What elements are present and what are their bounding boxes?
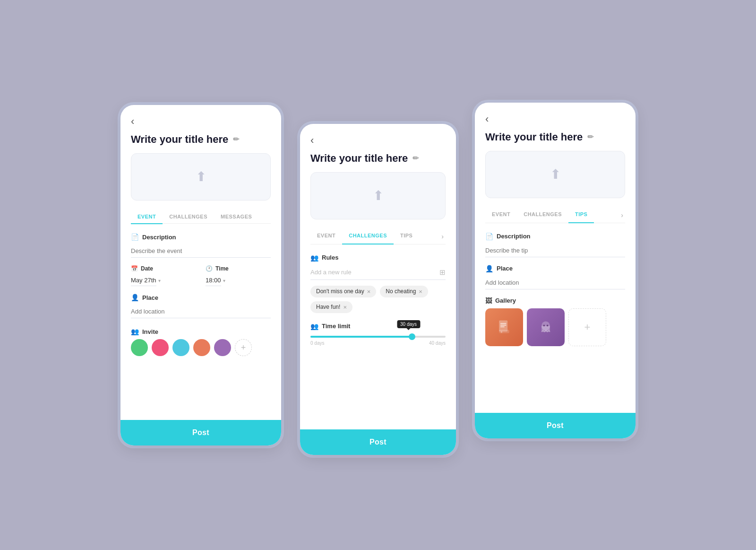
description-input[interactable] — [131, 244, 271, 258]
description-section-label: 📄 Description — [131, 233, 271, 241]
chip-remove-button[interactable]: × — [343, 304, 347, 311]
avatar-4[interactable] — [193, 339, 210, 356]
back-button[interactable]: ‹ — [131, 116, 142, 127]
description-section-label: 📄 Description — [485, 233, 625, 240]
avatar-2[interactable] — [152, 339, 169, 356]
screens-container: ‹ Write your title here ✏ ⬆ EVENT CHALLE… — [120, 96, 636, 455]
upload-icon: ⬆ — [196, 169, 206, 184]
edit-icon[interactable]: ✏ — [587, 132, 593, 141]
tabs-bar: EVENT CHALLENGES TIPS › — [310, 229, 446, 244]
chip-text: No cheating — [386, 288, 416, 295]
date-select[interactable]: May 27th — [131, 275, 156, 286]
page-title: Write your title here ✏ — [485, 131, 625, 143]
date-time-row: 📅 Date May 27th ▾ 🕐 Time — [131, 265, 271, 286]
place-section-label: 👤 Place — [131, 294, 271, 301]
time-slider[interactable]: 30 days 0 days 40 days — [310, 336, 446, 346]
place-icon: 👤 — [485, 265, 493, 272]
time-chevron-icon: ▾ — [223, 278, 225, 283]
description-icon: 📄 — [131, 233, 139, 241]
gallery-section: 🖼 Gallery ≡ — [485, 297, 625, 346]
slider-max-label: 40 days — [429, 340, 446, 346]
slider-labels: 0 days 40 days — [310, 340, 446, 346]
edit-icon[interactable]: ✏ — [233, 135, 239, 144]
invite-icon: 👥 — [131, 328, 139, 335]
avatar-3[interactable] — [172, 339, 189, 356]
event-screen: ‹ Write your title here ✏ ⬆ EVENT CHALLE… — [120, 105, 281, 445]
upload-icon: ⬆ — [373, 188, 384, 203]
tabs-arrow: › — [619, 208, 625, 223]
time-field: 🕐 Time 18:00 ▾ — [206, 265, 271, 286]
tab-event[interactable]: EVENT — [485, 208, 517, 224]
time-limit-icon: 👥 — [310, 323, 318, 330]
chip-remove-button[interactable]: × — [419, 288, 422, 295]
upload-icon: ⬆ — [550, 166, 561, 182]
time-select[interactable]: 18:00 — [206, 275, 221, 286]
gallery-image-2[interactable] — [527, 308, 565, 346]
challenges-screen: ‹ Write your title here ✏ ⬆ EVENT CHALLE… — [300, 124, 456, 455]
date-field: 📅 Date May 27th ▾ — [131, 265, 196, 286]
add-avatar-button[interactable]: + — [235, 339, 252, 356]
gallery-image-1[interactable]: ≡ — [485, 308, 523, 346]
gallery-icon: 🖼 — [485, 297, 492, 305]
add-rule-field[interactable]: Add a new rule ⊞ — [310, 265, 446, 280]
tabs-bar: EVENT CHALLENGES MESSAGES — [131, 210, 271, 224]
page-title: Write your title here ✏ — [131, 133, 271, 146]
back-button[interactable]: ‹ — [485, 114, 497, 124]
tab-challenges[interactable]: CHALLENGES — [342, 229, 394, 245]
edit-icon[interactable]: ✏ — [412, 154, 419, 163]
tab-messages[interactable]: MESSAGES — [214, 210, 258, 224]
avatar-1[interactable] — [131, 339, 148, 356]
chip-no-cheating: No cheating × — [380, 286, 428, 297]
slider-tooltip: 30 days — [397, 320, 420, 328]
tips-screen: ‹ Write your title here ✏ ⬆ EVENT CHALLE… — [475, 103, 636, 438]
svg-rect-3 — [500, 326, 505, 327]
slider-fill — [310, 336, 412, 338]
chip-remove-button[interactable]: × — [367, 288, 371, 295]
slider-thumb[interactable]: 30 days — [409, 333, 415, 340]
post-button[interactable]: Post — [120, 420, 281, 445]
tab-challenges[interactable]: CHALLENGES — [163, 210, 214, 224]
chip-text: Have fun! — [316, 304, 340, 310]
tabs-bar: EVENT CHALLENGES TIPS › — [485, 208, 625, 223]
gallery-add-button[interactable]: + — [568, 308, 606, 346]
rules-chips: Don't miss one day × No cheating × Have … — [310, 286, 446, 313]
svg-rect-1 — [500, 323, 507, 324]
back-button[interactable]: ‹ — [310, 135, 322, 146]
post-button[interactable]: Post — [300, 429, 456, 455]
description-icon: 📄 — [485, 233, 493, 240]
place-icon: 👤 — [131, 294, 139, 301]
invite-section: 👥 Invite + — [131, 328, 271, 356]
tab-challenges[interactable]: CHALLENGES — [517, 208, 568, 224]
place-input[interactable] — [131, 305, 271, 318]
tab-event[interactable]: EVENT — [310, 229, 342, 245]
svg-point-8 — [543, 324, 545, 326]
avatar-5[interactable] — [214, 339, 231, 356]
description-input[interactable] — [485, 244, 625, 257]
post-button[interactable]: Post — [475, 413, 636, 438]
upload-area[interactable]: ⬆ — [310, 172, 446, 219]
tab-tips[interactable]: TIPS — [394, 229, 419, 245]
svg-text:≡: ≡ — [501, 330, 503, 333]
gallery-grid: ≡ + — [485, 308, 625, 346]
date-icon: 📅 — [131, 265, 138, 272]
slider-min-label: 0 days — [310, 340, 324, 346]
chip-text: Don't miss one day — [316, 288, 364, 295]
upload-area[interactable]: ⬆ — [485, 151, 625, 198]
tab-event[interactable]: EVENT — [131, 210, 163, 224]
gallery-label: 🖼 Gallery — [485, 297, 625, 305]
upload-area[interactable]: ⬆ — [131, 153, 271, 201]
date-label: 📅 Date — [131, 265, 196, 272]
date-chevron-icon: ▾ — [158, 278, 161, 283]
tab-tips[interactable]: TIPS — [568, 208, 594, 224]
svg-rect-2 — [500, 324, 507, 325]
tabs-arrow: › — [439, 229, 446, 244]
svg-point-9 — [547, 324, 549, 326]
slider-track: 30 days — [310, 336, 446, 338]
time-label: 🕐 Time — [206, 265, 271, 272]
place-input[interactable] — [485, 276, 625, 289]
chip-have-fun: Have fun! × — [310, 301, 352, 313]
rules-label: 👥 Rules — [310, 254, 446, 262]
add-rule-icon[interactable]: ⊞ — [439, 268, 446, 277]
add-rule-placeholder: Add a new rule — [310, 269, 352, 276]
invite-label: 👥 Invite — [131, 328, 271, 335]
